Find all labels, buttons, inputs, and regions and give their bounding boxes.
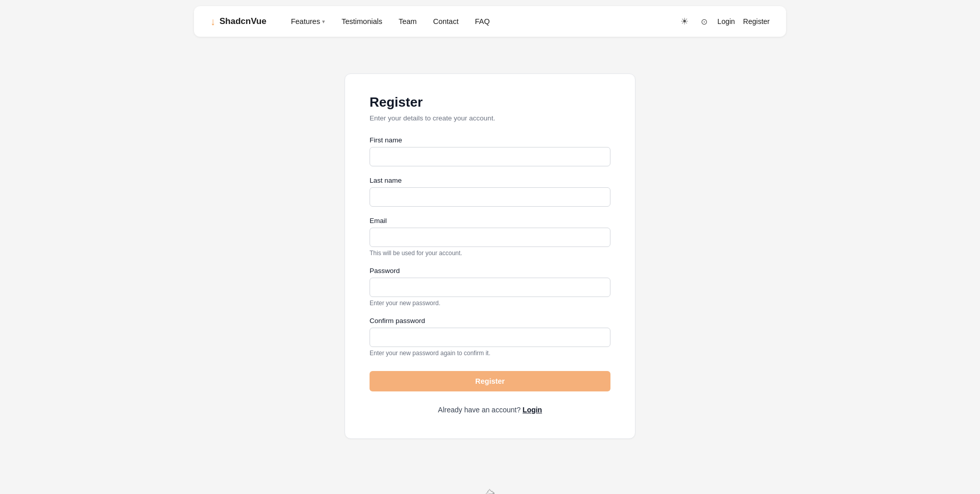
first-name-group: First name (370, 136, 610, 166)
register-subtitle: Enter your details to create your accoun… (370, 114, 610, 122)
login-prompt: Already have an account? Login (370, 406, 610, 414)
register-form: First name Last name Email This will be … (370, 136, 610, 391)
email-hint: This will be used for your account. (370, 250, 610, 257)
nav-faq[interactable]: FAQ (475, 17, 489, 26)
confirm-password-label: Confirm password (370, 317, 610, 325)
password-input[interactable] (370, 278, 610, 297)
first-name-label: First name (370, 136, 610, 144)
register-nav-link[interactable]: Register (743, 17, 770, 26)
register-card: Register Enter your details to create yo… (345, 73, 635, 439)
footer-icon: ⛰ (483, 485, 497, 494)
password-hint: Enter your new password. (370, 300, 610, 307)
email-label: Email (370, 217, 610, 225)
login-link[interactable]: Login (523, 406, 542, 414)
brand-name: ShadcnVue (219, 16, 266, 27)
github-button[interactable]: ⊙ (699, 15, 709, 29)
nav-team[interactable]: Team (399, 17, 416, 26)
nav-links: Features ▾ Testimonials Team Contact FAQ (291, 17, 678, 26)
confirm-password-hint: Enter your new password again to confirm… (370, 350, 610, 357)
chevron-down-icon: ▾ (322, 18, 325, 25)
nav-features[interactable]: Features ▾ (291, 17, 325, 26)
github-icon: ⊙ (701, 17, 707, 27)
main-content: Register Enter your details to create yo… (0, 43, 980, 470)
first-name-input[interactable] (370, 147, 610, 166)
email-input[interactable] (370, 228, 610, 247)
nav-contact[interactable]: Contact (433, 17, 458, 26)
footer: ⛰ (0, 475, 980, 494)
nav-actions: ☀ ⊙ Login Register (678, 14, 770, 29)
login-prompt-text: Already have an account? (438, 406, 521, 414)
password-label: Password (370, 267, 610, 275)
password-group: Password Enter your new password. (370, 267, 610, 307)
register-title: Register (370, 94, 610, 110)
logo-icon: ↓ (210, 16, 215, 28)
email-group: Email This will be used for your account… (370, 217, 610, 257)
theme-toggle-button[interactable]: ☀ (678, 14, 691, 29)
register-submit-button[interactable]: Register (370, 371, 610, 391)
login-nav-link[interactable]: Login (718, 17, 735, 26)
confirm-password-group: Confirm password Enter your new password… (370, 317, 610, 357)
last-name-input[interactable] (370, 187, 610, 207)
brand-logo[interactable]: ↓ ShadcnVue (210, 16, 266, 28)
nav-testimonials[interactable]: Testimonials (341, 17, 382, 26)
last-name-label: Last name (370, 177, 610, 184)
last-name-group: Last name (370, 177, 610, 207)
navbar: ↓ ShadcnVue Features ▾ Testimonials Team… (194, 6, 786, 37)
confirm-password-input[interactable] (370, 328, 610, 347)
sun-icon: ☀ (680, 16, 689, 27)
